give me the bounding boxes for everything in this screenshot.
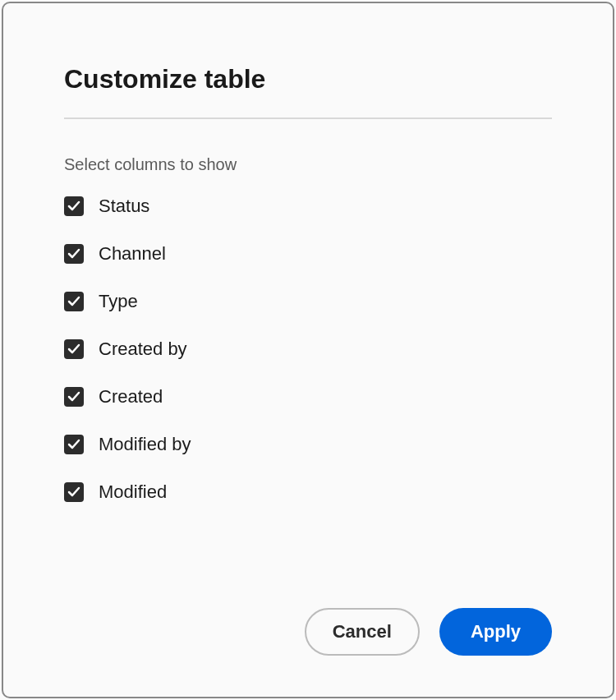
checkbox-item-modified-by[interactable]: Modified by [64,434,552,455]
checkbox-item-modified[interactable]: Modified [64,481,552,503]
checkmark-icon [67,390,80,403]
checkbox-status[interactable] [64,196,84,216]
checkmark-icon [67,486,80,499]
checkbox-label: Created by [99,338,187,360]
section-label: Select columns to show [64,155,552,174]
checkbox-label: Type [99,291,138,312]
checkbox-label: Status [99,196,149,217]
checkbox-item-type[interactable]: Type [64,291,552,312]
divider [64,117,552,119]
checkmark-icon [67,247,80,260]
checkbox-label: Created [99,386,163,408]
checkbox-item-status[interactable]: Status [64,196,552,217]
checkbox-label: Modified [99,481,167,503]
checkbox-type[interactable] [64,292,84,311]
checkbox-item-created-by[interactable]: Created by [64,338,552,360]
checkmark-icon [67,343,80,356]
checkmark-icon [67,295,80,308]
customize-table-dialog: Customize table Select columns to show S… [2,2,614,698]
checkbox-created[interactable] [64,387,84,407]
dialog-title: Customize table [64,64,552,94]
dialog-footer: Cancel Apply [64,575,552,656]
checkbox-channel[interactable] [64,244,84,264]
checkbox-item-channel[interactable]: Channel [64,243,552,265]
checkbox-created-by[interactable] [64,339,84,359]
checkmark-icon [67,438,80,451]
apply-button[interactable]: Apply [439,608,552,656]
checkbox-modified[interactable] [64,482,84,502]
checkbox-label: Channel [99,243,166,265]
checkbox-label: Modified by [99,434,191,455]
checkbox-list: Status Channel Type [64,196,552,503]
cancel-button[interactable]: Cancel [305,608,420,656]
checkmark-icon [67,200,80,213]
checkbox-item-created[interactable]: Created [64,386,552,408]
checkbox-modified-by[interactable] [64,435,84,454]
